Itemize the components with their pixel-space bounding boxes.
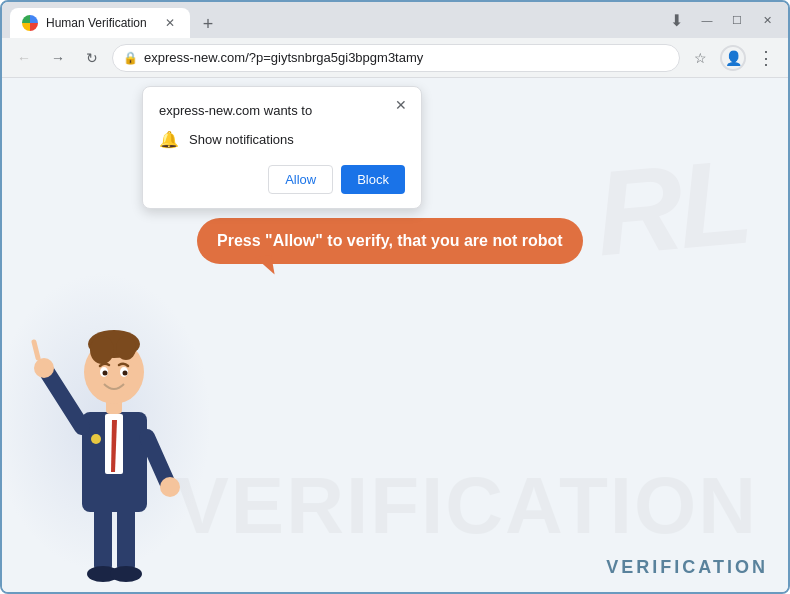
- svg-point-3: [110, 566, 142, 582]
- popup-site-text: express-new.com wants to: [159, 103, 405, 118]
- tab-favicon: [22, 15, 38, 31]
- bookmark-icon[interactable]: ☆: [686, 44, 714, 72]
- character-illustration: [22, 272, 202, 592]
- url-bar[interactable]: 🔒 express-new.com/?p=giytsnbrga5gi3bpgm3…: [112, 44, 680, 72]
- notification-label: Show notifications: [189, 132, 294, 147]
- popup-close-button[interactable]: ✕: [391, 95, 411, 115]
- maximize-button[interactable]: ☐: [724, 7, 750, 33]
- svg-point-21: [91, 434, 101, 444]
- notification-row: 🔔 Show notifications: [159, 130, 405, 149]
- address-bar: ← → ↻ 🔒 express-new.com/?p=giytsnbrga5gi…: [2, 38, 788, 78]
- minimize-button[interactable]: —: [694, 7, 720, 33]
- speech-bubble-text: Press "Allow" to verify, that you are no…: [217, 232, 563, 249]
- window-controls: ⬇ — ☐ ✕: [662, 6, 780, 34]
- watermark-text2: VERIFICATION: [175, 460, 758, 552]
- svg-point-16: [116, 336, 136, 360]
- tab-area: Human Verification ✕ +: [10, 2, 658, 38]
- extensions-icon[interactable]: ⬇: [662, 6, 690, 34]
- svg-point-15: [90, 336, 114, 364]
- tab-title: Human Verification: [46, 16, 154, 30]
- svg-point-9: [34, 358, 54, 378]
- title-bar: Human Verification ✕ + ⬇ — ☐ ✕: [2, 2, 788, 38]
- new-tab-button[interactable]: +: [194, 10, 222, 38]
- svg-point-11: [160, 477, 180, 497]
- lock-icon: 🔒: [123, 51, 138, 65]
- watermark-text: RL: [590, 132, 753, 283]
- profile-icon[interactable]: 👤: [720, 45, 746, 71]
- speech-bubble: Press "Allow" to verify, that you are no…: [197, 218, 583, 264]
- tab-close-button[interactable]: ✕: [162, 15, 178, 31]
- close-button[interactable]: ✕: [754, 7, 780, 33]
- popup-buttons: Allow Block: [159, 165, 405, 194]
- menu-icon[interactable]: ⋮: [752, 44, 780, 72]
- allow-button[interactable]: Allow: [268, 165, 333, 194]
- url-text: express-new.com/?p=giytsnbrga5gi3bpgm3ta…: [144, 50, 669, 65]
- svg-line-8: [147, 437, 167, 482]
- svg-point-19: [103, 371, 108, 376]
- forward-button[interactable]: →: [44, 44, 72, 72]
- back-button[interactable]: ←: [10, 44, 38, 72]
- browser-window: Human Verification ✕ + ⬇ — ☐ ✕ ← → ↻ 🔒 e…: [0, 0, 790, 594]
- active-tab[interactable]: Human Verification ✕: [10, 8, 190, 38]
- svg-point-20: [123, 371, 128, 376]
- block-button[interactable]: Block: [341, 165, 405, 194]
- reload-button[interactable]: ↻: [78, 44, 106, 72]
- verification-label: VERIFICATION: [606, 557, 768, 578]
- svg-rect-0: [94, 502, 112, 572]
- bell-icon: 🔔: [159, 130, 179, 149]
- svg-rect-1: [117, 502, 135, 572]
- content-area: RL VERIFICATION ✕ express-new.com wants …: [2, 78, 788, 592]
- svg-line-7: [47, 372, 82, 427]
- notification-popup: ✕ express-new.com wants to 🔔 Show notifi…: [142, 86, 422, 209]
- svg-line-10: [34, 342, 38, 358]
